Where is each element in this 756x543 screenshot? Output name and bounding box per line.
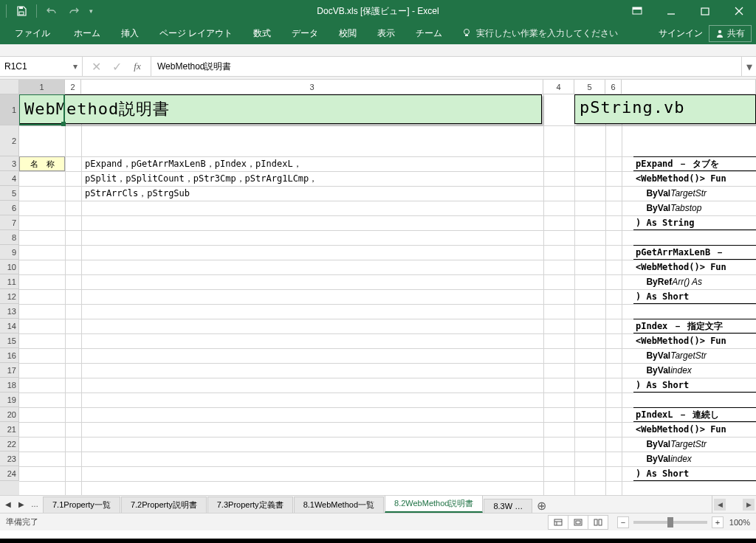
cell-r15b[interactable]: <WebMethod()> Fun: [633, 333, 756, 348]
zoom-out-button[interactable]: −: [617, 516, 629, 528]
row-header-17[interactable]: 17: [0, 363, 19, 378]
new-sheet-button[interactable]: ⊕: [533, 499, 549, 513]
horizontal-scrollbar[interactable]: ◀ ▶: [712, 496, 756, 513]
formula-input[interactable]: WebMethod説明書: [151, 57, 741, 76]
col-header-3[interactable]: 3: [81, 80, 543, 94]
cell-r16b[interactable]: ByVal TargetStr: [633, 348, 756, 363]
row-header-12[interactable]: 12: [0, 289, 19, 304]
tab-view[interactable]: 表示: [367, 22, 405, 44]
row-header-14[interactable]: 14: [0, 319, 19, 333]
minimize-button[interactable]: [654, 0, 688, 22]
tab-team[interactable]: チーム: [405, 22, 453, 44]
cell-r6b[interactable]: ByVal Tabstop: [633, 201, 756, 215]
qat-customize-button[interactable]: ▾: [86, 2, 96, 20]
row-header-7[interactable]: 7: [0, 215, 19, 230]
sheet-tab-4[interactable]: 8.1WebMethod一覧: [294, 497, 384, 513]
cell-label-name[interactable]: 名 称: [19, 156, 65, 171]
sheet-nav-more[interactable]: …: [28, 497, 41, 513]
cell-r22b[interactable]: ByVal TargetStr: [633, 437, 756, 452]
row-header-10[interactable]: 10: [0, 260, 19, 274]
col-header-1[interactable]: 1: [19, 80, 65, 94]
ribbon-display-button[interactable]: [620, 0, 654, 22]
cell-r5b[interactable]: ByVal TargetStr: [633, 186, 756, 201]
tab-review[interactable]: 校閲: [329, 22, 367, 44]
zoom-slider-thumb[interactable]: [667, 517, 673, 528]
sheet-tab-1[interactable]: 7.1Property一覧: [43, 497, 120, 513]
row-header-20[interactable]: 20: [0, 407, 19, 422]
row-header-22[interactable]: 22: [0, 437, 19, 452]
col-header-extra[interactable]: [622, 80, 756, 94]
cell-r5c3[interactable]: pStrArrCls，pStrgSub: [83, 186, 540, 201]
tab-insert[interactable]: 挿入: [111, 22, 149, 44]
zoom-slider-track[interactable]: [633, 521, 707, 524]
signin-link[interactable]: サインイン: [659, 27, 703, 40]
row-header-4[interactable]: 4: [0, 171, 19, 186]
col-header-2[interactable]: 2: [65, 80, 81, 94]
cell-r17b[interactable]: ByVal index: [633, 363, 756, 378]
cell-r10b[interactable]: <WebMethod()> Fun: [633, 260, 756, 274]
cell-title-file[interactable]: pString.vb: [574, 94, 756, 124]
cell-r4c3[interactable]: pSplit，pSplitCount，pStr3Cmp，pStrArg1LCmp…: [83, 171, 540, 186]
redo-button[interactable]: [63, 2, 84, 20]
row-header-18[interactable]: 18: [0, 378, 19, 392]
name-box[interactable]: R1C1 ▾: [0, 57, 83, 76]
col-header-6[interactable]: 6: [605, 80, 622, 94]
view-normal-button[interactable]: [548, 515, 568, 530]
tab-home[interactable]: ホーム: [63, 22, 111, 44]
tab-pagelayout[interactable]: ページ レイアウト: [149, 22, 243, 44]
spreadsheet-grid[interactable]: 1 2 3 4 5 6 1 2 3 4 5 6 7 8 9 10 11 12 1…: [0, 80, 756, 495]
col-header-5[interactable]: 5: [574, 80, 605, 94]
sheet-tab-3[interactable]: 7.3Property定義書: [207, 497, 293, 513]
enter-formula-button[interactable]: ✓: [106, 58, 127, 75]
scroll-left-icon[interactable]: ◀: [714, 499, 726, 511]
row-header-1[interactable]: 1: [0, 94, 19, 125]
row-header-21[interactable]: 21: [0, 422, 19, 437]
close-button[interactable]: [722, 0, 756, 22]
cell-r23b[interactable]: ByVal index: [633, 452, 756, 466]
insert-function-button[interactable]: fx: [127, 58, 148, 75]
sheet-tab-5[interactable]: 8.2WebMethod説明書: [385, 496, 483, 513]
row-header-13[interactable]: 13: [0, 304, 19, 319]
row-header-23[interactable]: 23: [0, 452, 19, 466]
select-all-corner[interactable]: [0, 80, 19, 94]
row-header-2[interactable]: 2: [0, 125, 19, 156]
zoom-percent[interactable]: 100%: [729, 518, 750, 527]
undo-button[interactable]: [41, 2, 62, 20]
save-button[interactable]: [11, 2, 32, 20]
cancel-formula-button[interactable]: ✕: [86, 58, 106, 75]
cell-r9b[interactable]: pGetArrMaxLenB －: [633, 245, 756, 260]
view-pagebreak-button[interactable]: [588, 515, 608, 530]
tab-formulas[interactable]: 数式: [243, 22, 281, 44]
cell-r18b[interactable]: ) As Short: [633, 378, 756, 392]
cell-title-main[interactable]: WebMethod説明書: [19, 94, 542, 124]
cell-r3c3[interactable]: pExpand，pGetArrMaxLenB，pIndex，pIndexL，: [83, 156, 540, 171]
sheet-nav-prev[interactable]: ◀: [1, 497, 15, 513]
cell-r7b[interactable]: ) As String: [633, 215, 756, 230]
tell-me-search[interactable]: 実行したい作業を入力してください: [461, 27, 618, 40]
cell-r3b[interactable]: pExpand － タブを: [633, 156, 756, 171]
col-header-4[interactable]: 4: [543, 80, 574, 94]
expand-formula-button[interactable]: ▾: [741, 57, 756, 76]
cell-r21b[interactable]: <WebMethod()> Fun: [633, 422, 756, 437]
row-header-8[interactable]: 8: [0, 230, 19, 245]
cell-r24b[interactable]: ) As Short: [633, 466, 756, 481]
row-header-3[interactable]: 3: [0, 156, 19, 171]
cell-r14b[interactable]: pIndex － 指定文字: [633, 319, 756, 333]
maximize-button[interactable]: [688, 0, 722, 22]
row-header-6[interactable]: 6: [0, 201, 19, 215]
cell-r12b[interactable]: ) As Short: [633, 289, 756, 304]
row-header-5[interactable]: 5: [0, 186, 19, 201]
sheet-nav-next[interactable]: ▶: [15, 497, 28, 513]
tab-data[interactable]: データ: [281, 22, 329, 44]
row-header-19[interactable]: 19: [0, 392, 19, 407]
zoom-in-button[interactable]: +: [712, 516, 724, 528]
row-header-16[interactable]: 16: [0, 348, 19, 363]
row-header-9[interactable]: 9: [0, 245, 19, 260]
sheet-tab-2[interactable]: 7.2Property説明書: [121, 497, 207, 513]
cell-r11b[interactable]: ByRef Arr() As: [633, 274, 756, 289]
cell-r20b[interactable]: pIndexL － 連続し: [633, 407, 756, 422]
sheet-tab-6[interactable]: 8.3W …: [484, 499, 532, 513]
tab-file[interactable]: ファイル: [4, 22, 61, 44]
cell-r4b[interactable]: <WebMethod()> Fun: [633, 171, 756, 186]
row-header-11[interactable]: 11: [0, 274, 19, 289]
